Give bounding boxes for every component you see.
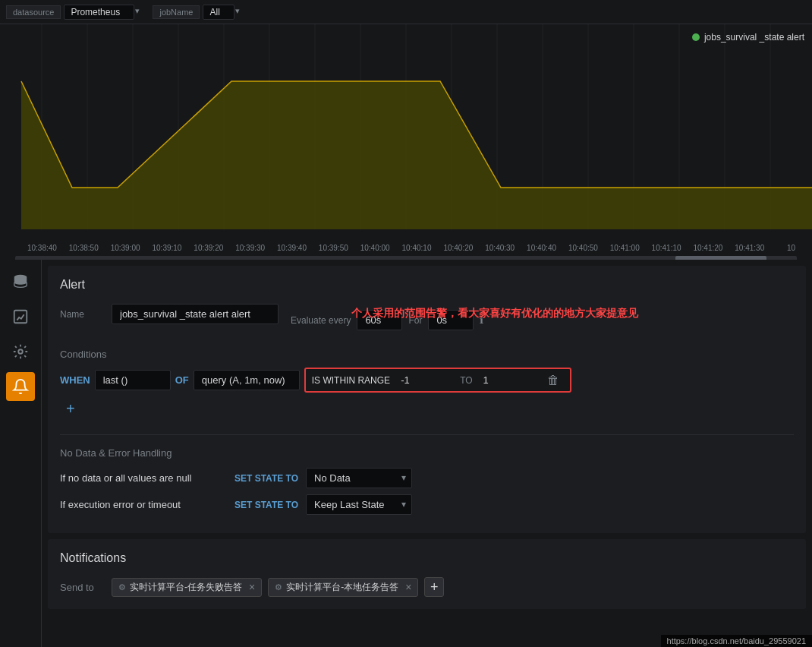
time-label-4: 10:39:20 [187,244,229,252]
time-label-6: 10:39:40 [271,244,313,252]
time-label-17: 10:41:30 [729,244,770,252]
of-input[interactable] [194,370,300,390]
time-label-16: 10:41:20 [688,244,729,252]
time-label-18: 10 [770,244,812,252]
range-to-label: TO [460,375,472,386]
url-bar: https://blog.csdn.net/baidu_29559021 [661,635,812,647]
evaluate-input[interactable] [357,310,402,330]
no-data-condition-1: If no data or all values are null [60,472,227,484]
svg-point-21 [18,349,23,354]
prometheus-select[interactable]: Prometheus [64,5,134,20]
tag-label-0: 实时计算平台-任务失败告答 [130,581,242,594]
set-state-label-1: SET STATE TO [234,473,298,484]
for-input[interactable] [428,310,474,330]
time-label-1: 10:38:50 [63,244,105,252]
tag-chip-1: ⚙ 实时计算平台-本地任务告答 × [268,578,418,597]
time-label-7: 10:39:50 [313,244,354,252]
datasource-label: datasource [6,5,61,19]
no-data-state-select-wrapper-2[interactable]: Keep Last State Alerting OK No Data [306,494,412,515]
chart-time-axis: 10:38:40 10:38:50 10:39:00 10:39:10 10:3… [0,239,812,254]
sidebar-icon-database[interactable] [6,267,35,296]
main-content: Alert Name Evaluate every For ℹ 个人采用的范围告… [42,266,812,609]
alert-panel: Alert Name Evaluate every For ℹ 个人采用的范围告… [48,266,806,533]
tag-icon-0: ⚙ [118,582,126,592]
notifications-panel: Notifications Send to ⚙ 实时计算平台-任务失败告答 × … [48,539,806,609]
sidebar-icon-gear[interactable] [6,337,35,366]
time-label-11: 10:40:30 [479,244,521,252]
chart-container: jobs_survival _state alert [0,24,812,260]
notifications-title: Notifications [60,551,794,565]
send-to-label: Send to [60,582,105,593]
of-keyword: OF [175,374,189,386]
add-tag-button[interactable]: + [424,577,444,597]
svg-rect-20 [14,311,27,324]
evaluate-label: Evaluate every [291,315,351,326]
range-from-input[interactable] [395,371,455,389]
name-label: Name [60,309,105,320]
tag-close-0[interactable]: × [249,581,255,593]
all-select[interactable]: All [203,5,234,20]
no-data-section: No Data & Error Handling If no data or a… [60,434,794,515]
time-label-2: 10:39:00 [105,244,146,252]
tag-close-1[interactable]: × [405,581,411,593]
when-keyword: WHEN [60,374,90,386]
when-input[interactable] [95,370,171,390]
chart-legend: jobs_survival _state alert [692,32,804,43]
set-state-label-2: SET STATE TO [234,500,298,510]
time-label-3: 10:39:10 [146,244,188,252]
time-label-0: 10:38:40 [21,244,63,252]
time-label-9: 10:40:10 [396,244,438,252]
no-data-state-select-1[interactable]: No Data Alerting OK Keep Last State [306,468,412,488]
alert-name-row: Name [60,304,279,324]
jobname-label: jobName [153,5,200,19]
conditions-section: Conditions WHEN OF IS WITHIN RANGE TO 🗑 … [60,349,794,419]
chart-scrollbar[interactable] [15,256,797,260]
info-icon[interactable]: ℹ [480,314,483,326]
conditions-title: Conditions [60,349,794,360]
time-label-8: 10:40:00 [354,244,396,252]
legend-dot [692,33,700,41]
time-label-5: 10:39:30 [229,244,271,252]
alert-panel-title: Alert [60,278,794,292]
range-box: IS WITHIN RANGE TO 🗑 [304,368,571,393]
chart-legend-label: jobs_survival _state alert [704,32,804,43]
conditions-row: WHEN OF IS WITHIN RANGE TO 🗑 [60,368,794,393]
range-label: IS WITHIN RANGE [312,375,390,386]
chart-svg [0,24,812,237]
send-to-row: Send to ⚙ 实时计算平台-任务失败告答 × ⚙ 实时计算平台-本地任务告… [60,577,794,597]
time-label-10: 10:40:20 [437,244,479,252]
scrollbar-thumb[interactable] [675,256,766,260]
sidebar-icon-alert[interactable] [6,372,35,401]
time-label-15: 10:41:10 [646,244,688,252]
tag-label-1: 实时计算平台-本地任务告答 [286,581,398,594]
tag-icon-1: ⚙ [275,582,282,592]
no-data-state-select-2[interactable]: Keep Last State Alerting OK No Data [306,494,412,515]
prometheus-select-wrapper[interactable]: Prometheus [64,5,143,20]
sidebar-icon-chart[interactable] [6,302,35,331]
sidebar [0,260,42,647]
time-label-12: 10:40:40 [521,244,562,252]
alert-name-input[interactable] [112,304,279,324]
delete-condition-button[interactable]: 🗑 [543,372,564,389]
no-data-row-1: If no data or all values are null SET ST… [60,468,794,488]
tag-chip-0: ⚙ 实时计算平台-任务失败告答 × [112,578,262,597]
range-to-input[interactable] [477,371,538,389]
all-select-wrapper[interactable]: All [203,5,244,20]
evaluate-row: Evaluate every For ℹ [291,310,483,330]
no-data-row-2: If execution error or timeout SET STATE … [60,494,794,515]
time-label-14: 10:41:00 [604,244,646,252]
no-data-title: No Data & Error Handling [60,447,794,459]
no-data-state-select-wrapper-1[interactable]: No Data Alerting OK Keep Last State [306,468,412,488]
time-label-13: 10:40:50 [562,244,604,252]
top-bar: datasource Prometheus jobName All [0,0,812,24]
add-condition-button[interactable]: + [60,399,81,419]
no-data-condition-2: If execution error or timeout [60,499,227,510]
for-label: For [408,315,422,326]
